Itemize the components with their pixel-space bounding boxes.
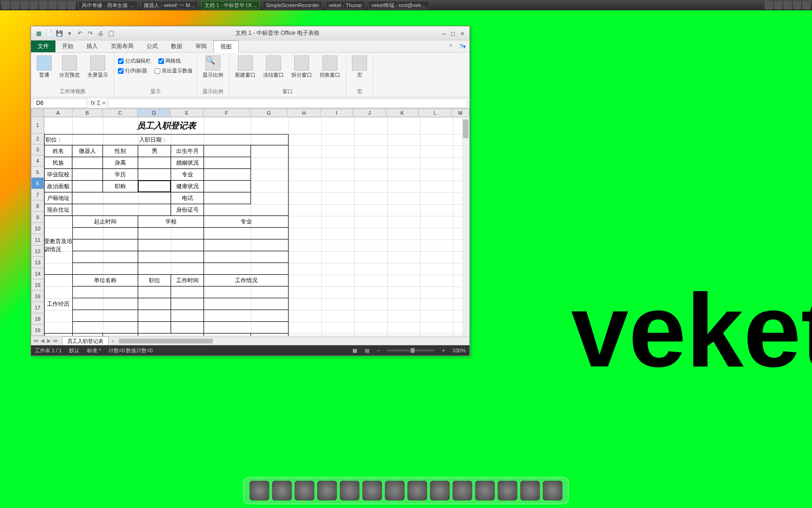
tray-icon[interactable] bbox=[802, 1, 811, 9]
cell[interactable] bbox=[138, 157, 171, 169]
cell[interactable]: 姓名 bbox=[44, 145, 72, 157]
row-header[interactable]: 11 bbox=[31, 234, 44, 246]
row-header[interactable]: 3 bbox=[31, 144, 44, 156]
maximize-icon[interactable]: □ bbox=[450, 30, 456, 37]
column-header[interactable]: I bbox=[320, 109, 353, 117]
menu-insert[interactable]: 插入 bbox=[80, 40, 104, 52]
ribbon-collapse-icon[interactable]: ^ bbox=[446, 43, 456, 50]
cell[interactable]: 工作经历 bbox=[44, 298, 72, 310]
close-icon[interactable]: × bbox=[459, 30, 466, 37]
equals-icon[interactable]: = bbox=[102, 100, 106, 106]
cell[interactable]: 毕业院校 bbox=[44, 169, 72, 181]
dock-item[interactable] bbox=[430, 481, 450, 500]
sheet-tab[interactable]: 员工入职登记表 bbox=[62, 336, 109, 346]
new-icon[interactable]: 📄 bbox=[45, 30, 53, 37]
column-header[interactable]: K bbox=[386, 109, 419, 117]
cell[interactable] bbox=[204, 181, 251, 192]
cell[interactable]: 健康状况 bbox=[171, 181, 204, 192]
cell[interactable] bbox=[204, 192, 251, 204]
row-header[interactable]: 12 bbox=[31, 246, 44, 257]
undo-icon[interactable]: ↶ bbox=[76, 30, 84, 37]
zoom-button[interactable]: 🔍显示比例 bbox=[201, 55, 225, 79]
new-window-button[interactable]: 新建窗口 bbox=[233, 55, 258, 79]
cell[interactable]: 职位 bbox=[138, 275, 171, 286]
cell[interactable] bbox=[138, 322, 171, 333]
cell[interactable] bbox=[138, 239, 204, 251]
panel-icon[interactable] bbox=[67, 1, 76, 9]
tray-icon[interactable] bbox=[765, 1, 773, 9]
menu-data[interactable]: 数据 bbox=[164, 40, 189, 52]
row-header[interactable]: 19 bbox=[31, 325, 44, 336]
panel-icon[interactable] bbox=[11, 1, 19, 9]
cell[interactable] bbox=[72, 192, 171, 204]
cell[interactable] bbox=[72, 181, 103, 192]
row-header[interactable]: 4 bbox=[31, 155, 44, 167]
formula-input[interactable] bbox=[108, 98, 468, 108]
column-header[interactable]: E bbox=[171, 109, 203, 117]
cell[interactable] bbox=[72, 228, 138, 239]
cell[interactable] bbox=[204, 145, 251, 157]
column-header[interactable]: A bbox=[44, 109, 72, 117]
check-highlight[interactable]: 突出显示数值 bbox=[155, 66, 193, 75]
minimize-icon[interactable]: – bbox=[440, 30, 447, 37]
column-header[interactable]: C bbox=[103, 109, 138, 117]
taskbar-item[interactable]: veket - Thunar bbox=[326, 1, 366, 9]
cell[interactable] bbox=[204, 228, 289, 239]
column-header[interactable]: M bbox=[452, 109, 469, 117]
row-header[interactable]: 6 bbox=[31, 178, 44, 189]
cell[interactable]: 学校 bbox=[138, 216, 204, 228]
dock-item[interactable] bbox=[407, 481, 427, 500]
cell[interactable] bbox=[171, 298, 204, 310]
view-mode-icon[interactable]: ▤ bbox=[365, 348, 369, 354]
panel-icon[interactable] bbox=[1, 1, 10, 9]
tray-icon[interactable] bbox=[793, 1, 801, 9]
panel-icon[interactable] bbox=[39, 1, 47, 9]
menu-formula[interactable]: 公式 bbox=[140, 40, 164, 52]
cell[interactable] bbox=[72, 322, 138, 333]
dropdown-icon[interactable]: ▾ bbox=[66, 30, 73, 37]
cell[interactable]: 单位名称 bbox=[72, 275, 138, 286]
cell[interactable]: 现工作单位 bbox=[138, 333, 204, 336]
tray-icon[interactable] bbox=[783, 1, 792, 9]
dock-item[interactable] bbox=[362, 481, 382, 500]
dock-item[interactable] bbox=[498, 481, 517, 500]
print-icon[interactable]: 🖨 bbox=[97, 30, 104, 37]
cell[interactable]: 受教育及培训情况 bbox=[44, 239, 72, 251]
row-header[interactable]: 17 bbox=[31, 302, 44, 313]
view-mode-icon[interactable]: ▦ bbox=[352, 348, 357, 354]
redo-icon[interactable]: ↷ bbox=[86, 30, 94, 37]
cell[interactable]: 出生年月 bbox=[171, 145, 204, 157]
taskbar-item[interactable]: 风中奇缘 - 西单女孩 … bbox=[78, 1, 138, 9]
panel-icon[interactable] bbox=[20, 1, 29, 9]
cell[interactable] bbox=[204, 263, 289, 275]
cell[interactable] bbox=[103, 134, 171, 145]
cell[interactable] bbox=[204, 286, 289, 298]
cell[interactable]: 学历 bbox=[103, 169, 138, 181]
cell[interactable]: 男 bbox=[138, 145, 171, 157]
taskbar-item[interactable]: SimpleScreenRecorder bbox=[263, 1, 323, 9]
tab-nav[interactable]: ⏮◀▶⏭ bbox=[31, 338, 60, 344]
dock-item[interactable] bbox=[385, 481, 405, 500]
cell[interactable]: 起止时间 bbox=[72, 216, 138, 228]
preview-icon[interactable]: 📋 bbox=[107, 30, 115, 37]
row-header[interactable]: 9 bbox=[31, 212, 44, 223]
cell[interactable]: 现在住址 bbox=[44, 204, 72, 216]
row-header[interactable]: 18 bbox=[31, 313, 44, 325]
column-header[interactable]: L bbox=[419, 109, 452, 117]
column-header[interactable]: J bbox=[353, 109, 386, 117]
dock-item[interactable] bbox=[520, 481, 540, 500]
cell[interactable]: 身高 bbox=[103, 157, 138, 169]
cell[interactable]: 专业 bbox=[204, 216, 289, 228]
cell[interactable] bbox=[72, 157, 103, 169]
cell[interactable] bbox=[138, 310, 171, 322]
cell[interactable] bbox=[138, 263, 204, 275]
menu-file[interactable]: 文件 bbox=[31, 40, 55, 52]
cell[interactable]: 电话 bbox=[171, 192, 204, 204]
taskbar-item-active[interactable]: 文档 1 - 中标普华 Of… bbox=[201, 1, 260, 9]
check-headings[interactable]: 行/列标题 bbox=[118, 66, 147, 75]
row-header[interactable]: 1 bbox=[31, 117, 44, 134]
row-header[interactable]: 14 bbox=[31, 268, 44, 279]
row-header[interactable]: 8 bbox=[31, 200, 44, 212]
menu-review[interactable]: 审阅 bbox=[189, 40, 213, 52]
cell[interactable]: 身份证号 bbox=[171, 204, 204, 216]
